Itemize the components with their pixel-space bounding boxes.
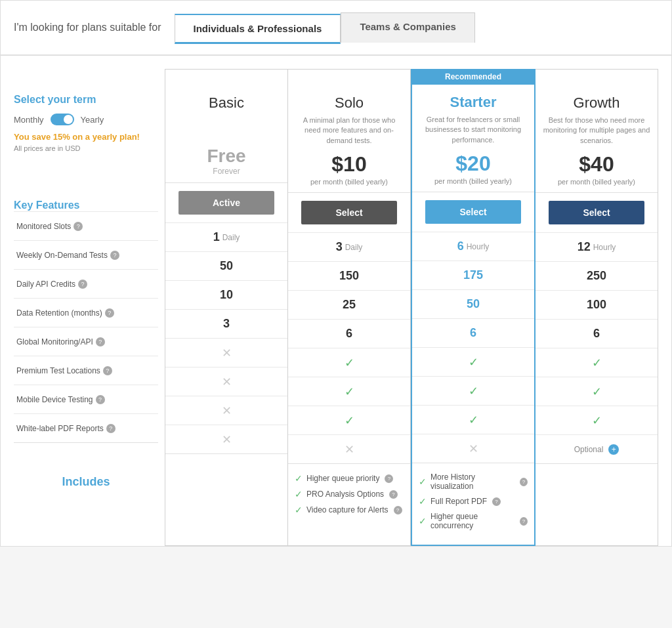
data-retention-help-icon[interactable]: ?: [105, 308, 114, 318]
solo-include-3-check: ✓: [295, 505, 303, 515]
plan-solo-select-btn[interactable]: Select: [301, 201, 397, 224]
feature-monitored-slots: Monitored Slots ?: [14, 211, 158, 240]
premium-locations-help-icon[interactable]: ?: [103, 366, 112, 375]
starter-mobile-testing: ✓: [412, 405, 534, 434]
solo-includes: ✓ Higher queue priority ? ✓ PRO Analysis…: [288, 463, 410, 542]
billing-toggle[interactable]: [51, 114, 74, 125]
whitelabel-pdf-help-icon[interactable]: ?: [106, 424, 116, 433]
plan-basic-btn-area: Active: [165, 183, 287, 222]
recommended-badge: Recommended: [412, 69, 534, 85]
feature-mobile-testing: Mobile Device Testing ?: [14, 385, 158, 413]
basic-global-cross: ✕: [222, 346, 232, 360]
mobile-testing-help-icon[interactable]: ?: [96, 395, 105, 404]
solo-data-retention: 6: [288, 319, 410, 348]
starter-premium-locations: ✓: [412, 376, 534, 405]
left-sidebar: Select your term Monthly Yearly You save…: [14, 69, 165, 521]
plan-basic-header: Basic Free Forever: [165, 85, 287, 183]
starter-includes: ✓ More History visualization ? ✓ Full Re…: [412, 463, 534, 545]
plan-starter-name: Starter: [419, 94, 528, 111]
prices-usd-label: All prices are in USD: [14, 144, 158, 152]
basic-data-retention: 3: [165, 309, 287, 338]
starter-whitelabel-cross: ✕: [469, 442, 478, 456]
solo-include-1: ✓ Higher queue priority ?: [295, 473, 404, 484]
plan-growth-header: Growth Best for those who need more moni…: [536, 85, 658, 193]
plan-growth: Growth Best for those who need more moni…: [536, 69, 658, 546]
plan-starter-header: Starter Great for freelancers or small b…: [412, 85, 534, 192]
solo-premium-locations: ✓: [288, 377, 410, 406]
looking-for-label: I'm looking for plans suitable for: [14, 22, 161, 33]
basic-whitelabel-cross: ✕: [222, 432, 232, 447]
plan-basic-name: Basic: [172, 94, 281, 112]
feature-premium-locations: Premium Test Locations ?: [14, 356, 158, 385]
starter-include-1-check: ✓: [419, 476, 427, 487]
plan-growth-name: Growth: [542, 94, 651, 112]
starter-daily-api: 50: [412, 289, 534, 318]
plan-solo-name: Solo: [295, 94, 404, 112]
main-content: Select your term Monthly Yearly You save…: [1, 56, 671, 546]
tab-teams[interactable]: Teams & Companies: [341, 12, 474, 43]
solo-include-1-check: ✓: [295, 473, 303, 484]
solo-include-2-check: ✓: [295, 489, 303, 499]
plan-basic: Basic Free Forever Active 1 Daily 50: [165, 69, 288, 546]
solo-include-3: ✓ Video capture for Alerts ?: [295, 505, 404, 515]
starter-include-1: ✓ More History visualization ?: [419, 472, 528, 491]
starter-include-3-help[interactable]: ?: [520, 517, 528, 526]
plan-growth-price-sub: per month (billed yearly): [542, 178, 651, 186]
growth-premium-check: ✓: [592, 385, 602, 399]
plan-starter-desc: Great for freelancers or small businesse…: [419, 115, 528, 145]
plan-solo-btn-area: Select: [288, 193, 410, 232]
solo-mobile-testing: ✓: [288, 406, 410, 434]
solo-monitored-slots: 3 Daily: [288, 232, 410, 261]
yearly-label: Yearly: [81, 115, 104, 125]
feature-data-retention: Data Retention (months) ?: [14, 298, 158, 327]
monthly-label: Monthly: [14, 115, 44, 125]
starter-whitelabel: ✕: [412, 434, 534, 463]
key-features-label: Key Features: [14, 199, 158, 211]
plans-wrapper: Basic Free Forever Active 1 Daily 50: [165, 69, 658, 546]
starter-weekly-tests: 175: [412, 261, 534, 289]
basic-global-monitoring: ✕: [165, 338, 287, 367]
plan-solo-price: $10: [295, 152, 404, 177]
solo-include-3-help[interactable]: ?: [394, 506, 402, 514]
select-term-label: Select your term: [14, 94, 158, 106]
pricing-layout: Select your term Monthly Yearly You save…: [14, 69, 658, 546]
feature-global-monitoring: Global Monitoring/API ?: [14, 327, 158, 356]
solo-include-1-help[interactable]: ?: [385, 474, 393, 483]
solo-daily-api: 25: [288, 290, 410, 319]
plan-growth-btn-area: Select: [536, 193, 658, 232]
plan-solo-header: Solo A minimal plan for those who need m…: [288, 85, 410, 193]
solo-include-2-help[interactable]: ?: [389, 490, 398, 499]
feature-weekly-tests: Weekly On-Demand Tests ?: [14, 240, 158, 269]
global-monitoring-help-icon[interactable]: ?: [96, 337, 105, 346]
basic-mobile-cross: ✕: [222, 404, 232, 418]
growth-premium-locations: ✓: [536, 377, 658, 406]
starter-include-2-help[interactable]: ?: [492, 497, 501, 506]
tab-individuals[interactable]: Individuals & Professionals: [175, 14, 341, 44]
starter-data-retention: 6: [412, 318, 534, 347]
feature-whitelabel-pdf: White-label PDF Reports ?: [14, 413, 158, 442]
plan-growth-price: $40: [542, 152, 651, 177]
daily-api-help-icon[interactable]: ?: [78, 280, 87, 289]
savings-text: You save 15% on a yearly plan!: [14, 132, 158, 142]
basic-premium-locations: ✕: [165, 367, 287, 396]
solo-global-monitoring: ✓: [288, 348, 410, 377]
growth-global-monitoring: ✓: [536, 348, 658, 377]
growth-includes: [536, 463, 658, 542]
header-row: I'm looking for plans suitable for Indiv…: [1, 1, 671, 56]
monitored-slots-help-icon[interactable]: ?: [74, 222, 83, 231]
includes-label: Includes: [14, 442, 158, 521]
solo-premium-check: ✓: [345, 385, 354, 399]
plan-tabs: Individuals & Professionals Teams & Comp…: [175, 12, 475, 43]
plan-starter-select-btn[interactable]: Select: [425, 200, 521, 224]
growth-optional-plus-icon[interactable]: +: [608, 444, 619, 455]
feature-daily-api: Daily API Credits ?: [14, 269, 158, 298]
plan-basic-desc: [172, 115, 281, 139]
starter-include-1-help[interactable]: ?: [520, 478, 528, 486]
growth-data-retention: 6: [536, 319, 658, 348]
plan-growth-select-btn[interactable]: Select: [549, 201, 644, 224]
growth-mobile-check: ✓: [592, 413, 602, 428]
starter-mobile-check: ✓: [469, 413, 478, 427]
starter-global-monitoring: ✓: [412, 347, 534, 376]
growth-mobile-testing: ✓: [536, 406, 658, 434]
weekly-tests-help-icon[interactable]: ?: [110, 251, 119, 260]
